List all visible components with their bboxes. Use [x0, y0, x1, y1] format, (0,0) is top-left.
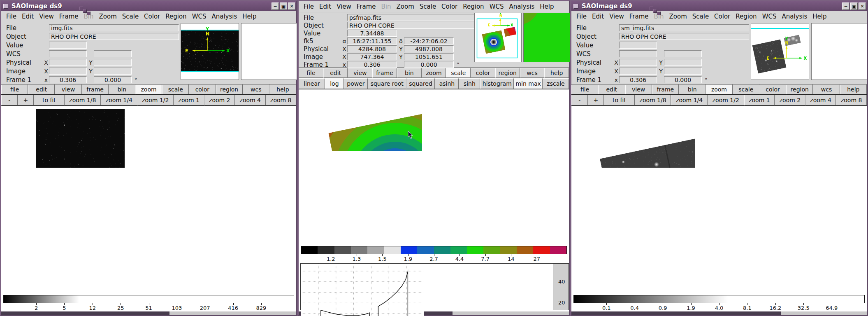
button-zoom-4[interactable]: zoom 4 [235, 95, 266, 105]
button-histogram[interactable]: histogram [480, 78, 514, 89]
frame-angle-field[interactable]: 0.000 [404, 61, 454, 68]
button-zoom-8[interactable]: zoom 8 [836, 95, 867, 105]
menu-color[interactable]: Color [144, 13, 160, 20]
menu-region[interactable]: Region [463, 3, 484, 10]
wcs-dec-field[interactable] [664, 50, 702, 57]
menu-region[interactable]: Region [165, 13, 186, 20]
button-wcs[interactable]: wcs [813, 84, 840, 94]
menu-zoom[interactable]: Zoom [99, 13, 117, 20]
menu-frame[interactable]: Frame [59, 13, 79, 20]
panner-view[interactable] [241, 23, 297, 80]
file-field[interactable]: img.fits [49, 24, 179, 31]
wcs-dec-field[interactable]: -24:27:06.02 [404, 37, 454, 44]
button-bin[interactable]: bin [679, 84, 706, 94]
button-[interactable]: - [571, 95, 588, 105]
image-x-field[interactable] [49, 68, 87, 75]
button-[interactable]: + [588, 95, 604, 105]
button-wcs[interactable]: wcs [520, 68, 545, 78]
menu-scale[interactable]: Scale [122, 13, 139, 20]
button-zoom-1-2[interactable]: zoom 1/2 [708, 95, 744, 105]
button-frame[interactable]: frame [652, 84, 679, 94]
button-region[interactable]: region [786, 84, 813, 94]
button-edit[interactable]: edit [28, 84, 55, 94]
physical-x-field[interactable] [49, 59, 87, 66]
window-menu-icon[interactable] [573, 4, 578, 9]
button-color[interactable]: color [189, 84, 216, 94]
value-field[interactable]: 7.34488 [347, 30, 397, 37]
button-to-fit[interactable]: to fit [34, 95, 65, 105]
image-x-field[interactable] [619, 68, 657, 75]
wcs-ra-field[interactable] [619, 50, 657, 57]
menu-color[interactable]: Color [714, 13, 730, 20]
menu-view[interactable]: View [609, 13, 624, 20]
button-square-root[interactable]: square root [368, 78, 406, 89]
button-region[interactable]: region [216, 84, 243, 94]
frame-angle-field[interactable]: 0.000 [94, 76, 132, 83]
menu-edit[interactable]: Edit [319, 3, 331, 10]
button-zscale[interactable]: zscale [543, 78, 569, 89]
physical-y-field[interactable] [664, 59, 702, 66]
frame-zoom-field[interactable]: 0.306 [49, 76, 87, 83]
button-frame[interactable]: frame [82, 84, 109, 94]
object-field[interactable]: RHO OPH CORE [347, 22, 476, 29]
button-min-max[interactable]: min max [514, 78, 543, 89]
menu-file[interactable]: File [576, 13, 587, 20]
button-zoom-1[interactable]: zoom 1 [174, 95, 204, 105]
menu-wcs[interactable]: WCS [490, 3, 504, 10]
bottom-scrollbar[interactable] [571, 311, 867, 315]
close-button[interactable]: ✕ [859, 2, 866, 10]
button-zoom-4[interactable]: zoom 4 [805, 95, 836, 105]
menu-help[interactable]: Help [540, 3, 554, 10]
button-zoom[interactable]: zoom [706, 84, 732, 94]
button-zoom-8[interactable]: zoom 8 [266, 95, 297, 105]
button-help[interactable]: help [544, 68, 569, 78]
frame-zoom-field[interactable]: 0.306 [619, 76, 657, 83]
button-bin[interactable]: bin [397, 68, 422, 78]
button-asinh[interactable]: asinh [435, 78, 459, 89]
button-zoom-1[interactable]: zoom 1 [744, 95, 775, 105]
wcs-dec-field[interactable] [94, 50, 132, 57]
minimize-button[interactable]: − [842, 2, 849, 10]
menu-frame[interactable]: Frame [629, 13, 649, 20]
button-bin[interactable]: bin [109, 84, 135, 94]
menu-analysis[interactable]: Analysis [782, 13, 807, 20]
button-linear[interactable]: linear [299, 78, 325, 89]
maximize-button[interactable]: ▣ [280, 2, 287, 10]
menu-scale[interactable]: Scale [692, 13, 709, 20]
menu-region[interactable]: Region [736, 13, 757, 20]
object-field[interactable]: RHO OPH CORE [619, 33, 749, 40]
menu-zoom[interactable]: Zoom [669, 13, 687, 20]
minimize-button[interactable]: − [272, 2, 279, 10]
menu-edit[interactable]: Edit [592, 13, 604, 20]
menu-view[interactable]: View [337, 3, 351, 10]
menu-analysis[interactable]: Analysis [211, 13, 237, 20]
menu-zoom[interactable]: Zoom [397, 3, 414, 10]
menu-edit[interactable]: Edit [22, 13, 34, 20]
menu-wcs[interactable]: WCS [192, 13, 207, 20]
button-color[interactable]: color [471, 68, 495, 78]
file-field[interactable]: psfmap.fits [347, 14, 476, 21]
button-view[interactable]: view [348, 68, 372, 78]
button-region[interactable]: region [495, 68, 520, 78]
magnifier-view[interactable] [475, 13, 521, 62]
button-file[interactable]: file [299, 68, 323, 78]
button-sinh[interactable]: sinh [459, 78, 480, 89]
magnifier-view[interactable] [751, 23, 809, 80]
image-y-field[interactable] [94, 68, 132, 75]
button-view[interactable]: view [55, 84, 81, 94]
wcs-ra-field[interactable] [49, 50, 87, 57]
colorbar[interactable] [301, 246, 567, 254]
button-file[interactable]: file [1, 84, 28, 94]
fits-image[interactable] [1, 106, 125, 168]
button-zoom-1-2[interactable]: zoom 1/2 [137, 95, 174, 105]
button-power[interactable]: power [344, 78, 368, 89]
button-scale[interactable]: scale [733, 84, 759, 94]
physical-x-field[interactable] [619, 59, 657, 66]
button-to-fit[interactable]: to fit [604, 95, 635, 105]
button-zoom-2[interactable]: zoom 2 [204, 95, 235, 105]
button-frame[interactable]: frame [372, 68, 397, 78]
value-field[interactable] [49, 42, 87, 49]
fits-image[interactable] [571, 106, 695, 168]
image-x-field[interactable]: 747.364 [347, 53, 397, 60]
value-field[interactable] [619, 42, 657, 49]
